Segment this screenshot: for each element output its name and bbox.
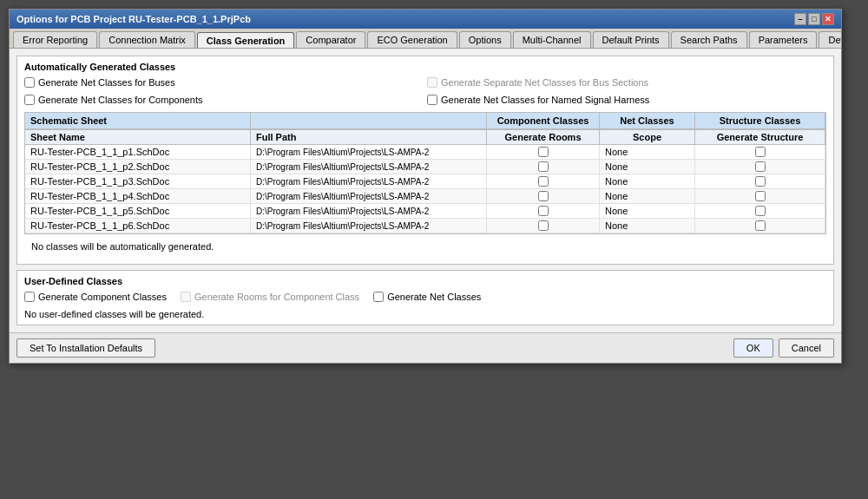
td-gen-rooms[interactable] (487, 204, 600, 218)
check-net-classes-components-label: Generate Net Classes for Components (38, 95, 203, 105)
check-gen-component-classes-row: Generate Component Classes (24, 292, 167, 302)
checkbox-gen-structure-3[interactable] (755, 191, 766, 201)
td-gen-rooms[interactable] (487, 145, 600, 159)
minimize-button[interactable]: – (794, 13, 806, 25)
tab-connection-matrix[interactable]: Connection Matrix (99, 31, 195, 48)
th-schematic-sheet: Schematic Sheet (25, 113, 251, 129)
check-net-classes-buses[interactable] (24, 77, 35, 88)
checkbox-gen-structure-4[interactable] (755, 206, 766, 216)
dialog-title: Options for PCB Project RU-Tester-PCB_1_… (16, 14, 251, 24)
check-separate-net (427, 77, 437, 88)
td-scope: None (600, 189, 695, 203)
td-gen-rooms[interactable] (487, 174, 600, 188)
th-structure-classes: Structure Classes (695, 113, 825, 129)
check-net-classes-components[interactable] (24, 95, 35, 105)
auto-section: Automatically Generated Classes Generate… (16, 56, 834, 265)
table-row: RU-Tester-PCB_1_1_p5.SchDoc D:\Program F… (25, 204, 825, 219)
tab-search-paths[interactable]: Search Paths (671, 31, 747, 48)
checkbox-gen-structure-0[interactable] (755, 147, 766, 157)
td-scope: None (600, 145, 695, 159)
tab-class-generation[interactable]: Class Generation (197, 32, 294, 49)
table-row: RU-Tester-PCB_1_1_p3.SchDoc D:\Program F… (25, 174, 825, 189)
th-net-classes: Net Classes (600, 113, 695, 129)
ok-cancel-group: OK Cancel (733, 338, 834, 358)
checkbox-gen-rooms-2[interactable] (538, 176, 549, 187)
td-gen-rooms[interactable] (487, 189, 600, 203)
th-full-path (251, 113, 487, 129)
check-gen-net-classes[interactable] (373, 292, 384, 302)
td-gen-rooms[interactable] (487, 219, 600, 233)
tab-comparator[interactable]: Comparator (296, 31, 365, 48)
table-subheader: Sheet Name Full Path Generate Rooms Scop… (25, 130, 825, 145)
tab-eco-generation[interactable]: ECO Generation (367, 31, 457, 48)
tab-error-reporting[interactable]: Error Reporting (13, 31, 97, 48)
user-checks: Generate Component Classes Generate Room… (24, 292, 826, 305)
td-gen-rooms[interactable] (487, 160, 600, 174)
checkbox-gen-rooms-3[interactable] (538, 191, 549, 201)
user-section-title: User-Defined Classes (24, 276, 826, 286)
check-gen-net-classes-label: Generate Net Classes (387, 292, 481, 302)
close-button[interactable]: ✕ (822, 13, 834, 25)
td-sheet-name: RU-Tester-PCB_1_1_p6.SchDoc (25, 219, 251, 233)
td-gen-structure[interactable] (695, 145, 825, 159)
checkbox-gen-rooms-0[interactable] (538, 147, 549, 157)
check-gen-component-classes[interactable] (24, 292, 35, 302)
table-body: RU-Tester-PCB_1_1_p1.SchDoc D:\Program F… (25, 145, 825, 233)
tab-options[interactable]: Options (459, 31, 511, 48)
td-gen-structure[interactable] (695, 219, 825, 233)
no-auto-classes-msg: No classes will be automatically generat… (24, 234, 826, 259)
auto-section-title: Automatically Generated Classes (24, 62, 826, 72)
table-header: Schematic Sheet Component Classes Net Cl… (25, 113, 825, 130)
td-full-path: D:\Program Files\Altium\Projects\LS-AMPA… (251, 219, 487, 233)
table-row: RU-Tester-PCB_1_1_p6.SchDoc D:\Program F… (25, 219, 825, 233)
tab-device-sheets[interactable]: Device Sheets (819, 31, 841, 48)
checkbox-gen-rooms-4[interactable] (538, 206, 549, 216)
set-defaults-button[interactable]: Set To Installation Defaults (16, 338, 155, 358)
td-full-path: D:\Program Files\Altium\Projects\LS-AMPA… (251, 204, 487, 218)
td-gen-structure[interactable] (695, 189, 825, 203)
tsh-full-path: Full Path (251, 130, 487, 144)
check-named-signal-harness-label: Generate Net Classes for Named Signal Ha… (441, 95, 649, 105)
check-gen-rooms-label: Generate Rooms for Component Class (194, 292, 359, 302)
checkbox-gen-structure-2[interactable] (755, 176, 766, 187)
td-full-path: D:\Program Files\Altium\Projects\LS-AMPA… (251, 160, 487, 174)
check-named-signal-harness-row: Generate Net Classes for Named Signal Ha… (427, 95, 826, 105)
tab-default-prints[interactable]: Default Prints (593, 31, 669, 48)
title-bar: Options for PCB Project RU-Tester-PCB_1_… (10, 10, 841, 29)
td-scope: None (600, 174, 695, 188)
cancel-button[interactable]: Cancel (779, 338, 834, 358)
check-named-signal-harness[interactable] (427, 95, 437, 105)
td-sheet-name: RU-Tester-PCB_1_1_p2.SchDoc (25, 160, 251, 174)
check-gen-component-classes-label: Generate Component Classes (38, 292, 167, 302)
checkbox-gen-structure-1[interactable] (755, 161, 766, 172)
tab-multi-channel[interactable]: Multi-Channel (513, 31, 591, 48)
title-bar-buttons: – □ ✕ (794, 13, 834, 25)
td-sheet-name: RU-Tester-PCB_1_1_p1.SchDoc (25, 145, 251, 159)
checkbox-gen-structure-5[interactable] (755, 220, 766, 231)
tab-parameters[interactable]: Parameters (749, 31, 818, 48)
td-sheet-name: RU-Tester-PCB_1_1_p3.SchDoc (25, 174, 251, 188)
td-gen-structure[interactable] (695, 174, 825, 188)
td-sheet-name: RU-Tester-PCB_1_1_p5.SchDoc (25, 204, 251, 218)
content-area: Automatically Generated Classes Generate… (10, 49, 841, 332)
td-gen-structure[interactable] (695, 204, 825, 218)
td-scope: None (600, 219, 695, 233)
schematic-table: Schematic Sheet Component Classes Net Cl… (24, 112, 826, 234)
table-row: RU-Tester-PCB_1_1_p4.SchDoc D:\Program F… (25, 189, 825, 204)
check-separate-net-label: Generate Separate Net Classes for Bus Se… (441, 77, 648, 88)
checkbox-gen-rooms-1[interactable] (538, 161, 549, 172)
td-sheet-name: RU-Tester-PCB_1_1_p4.SchDoc (25, 189, 251, 203)
tsh-sheet-name: Sheet Name (25, 130, 251, 144)
table-row: RU-Tester-PCB_1_1_p1.SchDoc D:\Program F… (25, 145, 825, 160)
th-component-classes: Component Classes (487, 113, 600, 129)
check-separate-net-row: Generate Separate Net Classes for Bus Se… (427, 77, 826, 88)
no-user-classes-msg: No user-defined classes will be generate… (24, 309, 826, 319)
bottom-bar: Set To Installation Defaults OK Cancel (10, 332, 841, 363)
ok-button[interactable]: OK (733, 338, 773, 358)
check-net-classes-components-row: Generate Net Classes for Components (24, 95, 424, 105)
maximize-button[interactable]: □ (808, 13, 820, 25)
check-net-classes-buses-label: Generate Net Classes for Buses (38, 77, 175, 88)
td-gen-structure[interactable] (695, 160, 825, 174)
checkbox-gen-rooms-5[interactable] (538, 220, 549, 231)
td-full-path: D:\Program Files\Altium\Projects\LS-AMPA… (251, 189, 487, 203)
